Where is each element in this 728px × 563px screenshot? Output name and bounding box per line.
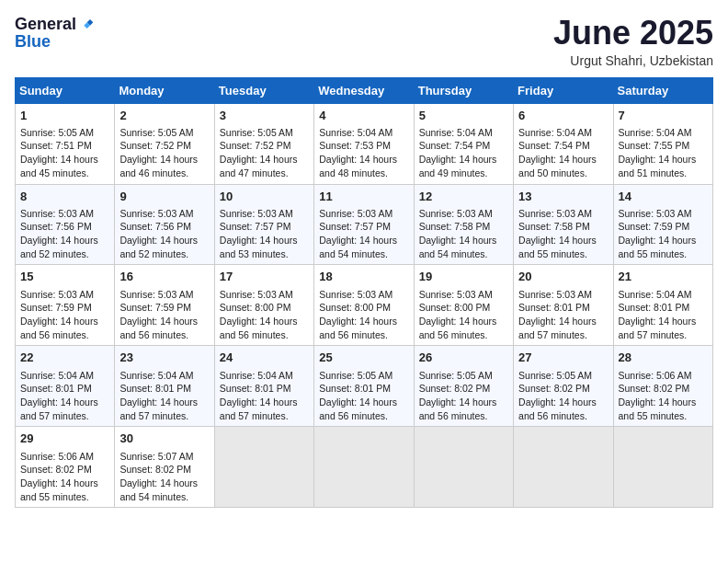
col-thursday: Thursday: [414, 77, 513, 103]
day-info: Sunrise: 5:03 AMSunset: 8:00 PMDaylight:…: [319, 289, 397, 340]
day-info: Sunrise: 5:05 AMSunset: 7:52 PMDaylight:…: [220, 127, 298, 178]
day-number: 1: [20, 108, 109, 124]
day-info: Sunrise: 5:03 AMSunset: 8:00 PMDaylight:…: [220, 289, 298, 340]
day-number: 26: [419, 350, 508, 366]
calendar-table: Sunday Monday Tuesday Wednesday Thursday…: [15, 77, 713, 509]
table-row: [514, 427, 613, 508]
day-info: Sunrise: 5:05 AMSunset: 7:51 PMDaylight:…: [20, 127, 98, 178]
calendar-week-row: 22Sunrise: 5:04 AMSunset: 8:01 PMDayligh…: [16, 346, 713, 427]
col-saturday: Saturday: [613, 77, 712, 103]
day-info: Sunrise: 5:03 AMSunset: 7:59 PMDaylight:…: [619, 208, 697, 259]
day-number: 17: [220, 269, 309, 285]
table-row: 24Sunrise: 5:04 AMSunset: 8:01 PMDayligh…: [214, 346, 313, 427]
day-number: 10: [220, 189, 309, 205]
day-info: Sunrise: 5:05 AMSunset: 7:52 PMDaylight:…: [119, 127, 198, 178]
table-row: [214, 427, 313, 508]
calendar-week-row: 8Sunrise: 5:03 AMSunset: 7:56 PMDaylight…: [16, 184, 713, 265]
table-row: 28Sunrise: 5:06 AMSunset: 8:02 PMDayligh…: [613, 346, 712, 427]
col-friday: Friday: [514, 77, 613, 103]
logo-icon: [76, 15, 95, 33]
day-info: Sunrise: 5:05 AMSunset: 8:01 PMDaylight:…: [319, 370, 397, 421]
day-info: Sunrise: 5:03 AMSunset: 7:56 PMDaylight:…: [119, 208, 198, 259]
table-row: 30Sunrise: 5:07 AMSunset: 8:02 PMDayligh…: [115, 427, 214, 508]
table-row: 7Sunrise: 5:04 AMSunset: 7:55 PMDaylight…: [613, 103, 712, 184]
table-row: 21Sunrise: 5:04 AMSunset: 8:01 PMDayligh…: [613, 265, 712, 346]
day-number: 15: [20, 269, 109, 285]
table-row: 17Sunrise: 5:03 AMSunset: 8:00 PMDayligh…: [214, 265, 313, 346]
table-row: 1Sunrise: 5:05 AMSunset: 7:51 PMDaylight…: [16, 103, 115, 184]
day-number: 11: [319, 189, 408, 205]
table-row: [414, 427, 513, 508]
day-number: 4: [319, 108, 408, 124]
table-row: 12Sunrise: 5:03 AMSunset: 7:58 PMDayligh…: [414, 184, 513, 265]
day-number: 2: [119, 108, 209, 124]
day-number: 28: [619, 350, 708, 366]
day-number: 7: [619, 108, 708, 124]
day-info: Sunrise: 5:05 AMSunset: 8:02 PMDaylight:…: [419, 370, 497, 421]
table-row: 16Sunrise: 5:03 AMSunset: 7:59 PMDayligh…: [115, 265, 214, 346]
table-row: 5Sunrise: 5:04 AMSunset: 7:54 PMDaylight…: [414, 103, 513, 184]
table-row: 25Sunrise: 5:05 AMSunset: 8:01 PMDayligh…: [314, 346, 414, 427]
table-row: 11Sunrise: 5:03 AMSunset: 7:57 PMDayligh…: [314, 184, 414, 265]
table-row: [613, 427, 712, 508]
day-info: Sunrise: 5:04 AMSunset: 8:01 PMDaylight:…: [20, 370, 98, 421]
day-number: 22: [20, 350, 109, 366]
col-monday: Monday: [115, 77, 214, 103]
table-row: 3Sunrise: 5:05 AMSunset: 7:52 PMDaylight…: [214, 103, 313, 184]
logo-general: General: [15, 16, 76, 32]
calendar-week-row: 15Sunrise: 5:03 AMSunset: 7:59 PMDayligh…: [16, 265, 713, 346]
day-info: Sunrise: 5:03 AMSunset: 7:59 PMDaylight:…: [119, 289, 198, 340]
day-info: Sunrise: 5:03 AMSunset: 7:57 PMDaylight:…: [220, 208, 298, 259]
table-row: 2Sunrise: 5:05 AMSunset: 7:52 PMDaylight…: [115, 103, 214, 184]
table-row: 26Sunrise: 5:05 AMSunset: 8:02 PMDayligh…: [414, 346, 513, 427]
table-row: 15Sunrise: 5:03 AMSunset: 7:59 PMDayligh…: [16, 265, 115, 346]
day-number: 5: [419, 108, 508, 124]
table-row: 22Sunrise: 5:04 AMSunset: 8:01 PMDayligh…: [16, 346, 115, 427]
logo-blue: Blue: [15, 32, 51, 51]
day-info: Sunrise: 5:06 AMSunset: 8:02 PMDaylight:…: [619, 370, 697, 421]
day-info: Sunrise: 5:04 AMSunset: 7:54 PMDaylight:…: [518, 127, 597, 178]
calendar-title: June 2025: [553, 15, 713, 52]
day-info: Sunrise: 5:03 AMSunset: 7:56 PMDaylight:…: [20, 208, 98, 259]
day-info: Sunrise: 5:03 AMSunset: 8:01 PMDaylight:…: [518, 289, 597, 340]
day-number: 21: [619, 269, 708, 285]
day-info: Sunrise: 5:07 AMSunset: 8:02 PMDaylight:…: [119, 451, 198, 502]
day-number: 9: [119, 189, 209, 205]
day-number: 18: [319, 269, 408, 285]
table-row: 27Sunrise: 5:05 AMSunset: 8:02 PMDayligh…: [514, 346, 613, 427]
day-number: 23: [119, 350, 209, 366]
table-row: 8Sunrise: 5:03 AMSunset: 7:56 PMDaylight…: [16, 184, 115, 265]
day-number: 29: [20, 431, 109, 447]
table-row: 19Sunrise: 5:03 AMSunset: 8:00 PMDayligh…: [414, 265, 513, 346]
title-area: June 2025 Urgut Shahri, Uzbekistan: [553, 15, 713, 68]
day-number: 8: [20, 189, 109, 205]
col-wednesday: Wednesday: [314, 77, 414, 103]
day-number: 3: [220, 108, 309, 124]
day-info: Sunrise: 5:04 AMSunset: 7:54 PMDaylight:…: [419, 127, 497, 178]
logo: General Blue: [15, 15, 95, 51]
table-row: 4Sunrise: 5:04 AMSunset: 7:53 PMDaylight…: [314, 103, 414, 184]
table-row: [314, 427, 414, 508]
day-info: Sunrise: 5:03 AMSunset: 8:00 PMDaylight:…: [419, 289, 497, 340]
day-info: Sunrise: 5:04 AMSunset: 8:01 PMDaylight:…: [119, 370, 198, 421]
day-info: Sunrise: 5:06 AMSunset: 8:02 PMDaylight:…: [20, 451, 98, 502]
day-number: 13: [518, 189, 608, 205]
col-sunday: Sunday: [16, 77, 115, 103]
day-info: Sunrise: 5:04 AMSunset: 7:55 PMDaylight:…: [619, 127, 697, 178]
table-row: 10Sunrise: 5:03 AMSunset: 7:57 PMDayligh…: [214, 184, 313, 265]
day-info: Sunrise: 5:03 AMSunset: 7:58 PMDaylight:…: [419, 208, 497, 259]
table-row: 18Sunrise: 5:03 AMSunset: 8:00 PMDayligh…: [314, 265, 414, 346]
table-row: 23Sunrise: 5:04 AMSunset: 8:01 PMDayligh…: [115, 346, 214, 427]
day-info: Sunrise: 5:04 AMSunset: 8:01 PMDaylight:…: [220, 370, 298, 421]
day-info: Sunrise: 5:03 AMSunset: 7:57 PMDaylight:…: [319, 208, 397, 259]
table-row: 20Sunrise: 5:03 AMSunset: 8:01 PMDayligh…: [514, 265, 613, 346]
day-number: 6: [518, 108, 608, 124]
calendar-week-row: 1Sunrise: 5:05 AMSunset: 7:51 PMDaylight…: [16, 103, 713, 184]
header-row: Sunday Monday Tuesday Wednesday Thursday…: [16, 77, 713, 103]
day-number: 14: [619, 189, 708, 205]
day-number: 12: [419, 189, 508, 205]
table-row: 6Sunrise: 5:04 AMSunset: 7:54 PMDaylight…: [514, 103, 613, 184]
calendar-subtitle: Urgut Shahri, Uzbekistan: [553, 53, 713, 68]
table-row: 29Sunrise: 5:06 AMSunset: 8:02 PMDayligh…: [16, 427, 115, 508]
day-number: 20: [518, 269, 608, 285]
